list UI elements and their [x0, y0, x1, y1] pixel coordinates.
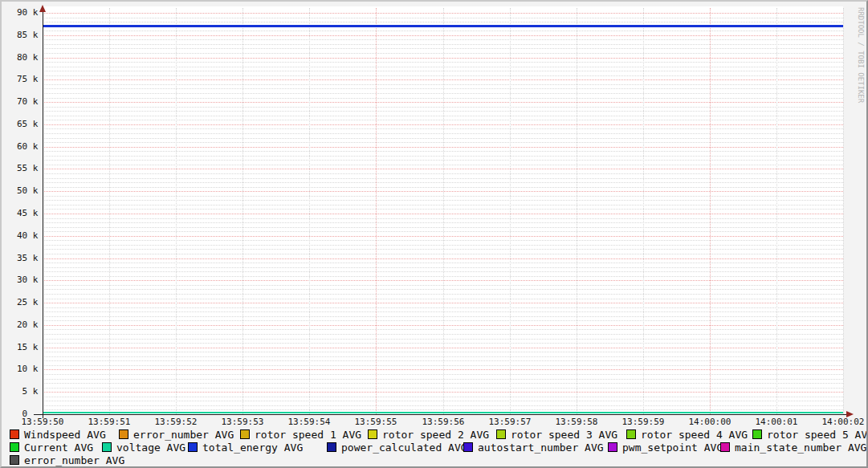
x-tick-label: 13:59:59 — [620, 417, 666, 427]
x-tick-label: 13:59:51 — [86, 417, 132, 427]
y-tick-label: 20 k — [17, 319, 52, 330]
legend-item: Current AVG — [10, 442, 93, 453]
y-tick-label: 10 k — [17, 364, 52, 374]
legend-swatch — [10, 442, 19, 452]
legend-label: rotor speed 3 AVG — [511, 429, 617, 441]
legend-swatch — [240, 429, 250, 439]
gridline-v-minor — [643, 8, 644, 414]
y-tick-label: 5 k — [17, 386, 52, 397]
legend-item: error_number AVG — [10, 454, 124, 466]
legend-item: error_number AVG — [119, 429, 234, 440]
y-tick-label: 40 k — [17, 230, 52, 241]
gridline-v-minor — [109, 8, 110, 414]
y-tick-label: 50 k — [17, 185, 52, 196]
legend-item: pwm_setpoint AVG — [608, 442, 723, 453]
series-line-zero-baseline — [43, 412, 843, 413]
legend-swatch — [188, 442, 198, 452]
x-tick-label: 13:59:50 — [19, 417, 66, 427]
x-tick-label: 13:59:57 — [487, 417, 533, 427]
legend-item: total_energy AVG — [188, 442, 303, 453]
legend-label: rotor speed 1 AVG — [255, 429, 361, 441]
legend-swatch — [626, 429, 636, 439]
legend-swatch — [752, 429, 762, 439]
y-tick-label: 25 k — [17, 297, 52, 307]
legend-label: autostart_number AVG — [478, 442, 604, 454]
y-tick-label: 70 k — [17, 96, 52, 107]
legend-item: main_state_number AVG — [720, 442, 866, 453]
legend-swatch — [10, 455, 19, 465]
legend-item: rotor speed 3 AVG — [496, 429, 617, 440]
legend-swatch — [608, 442, 617, 452]
x-tick-label: 13:59:56 — [420, 417, 467, 427]
legend-item: power_calculated AVG — [327, 442, 467, 453]
gridline-v-minor — [242, 8, 243, 414]
y-tick-label: 75 k — [17, 74, 52, 84]
legend-label: rotor speed 4 AVG — [641, 429, 748, 441]
x-axis-line — [34, 414, 847, 415]
legend-label: voltage AVG — [116, 442, 185, 454]
gridline-v-minor — [309, 8, 310, 414]
y-tick-label: 65 k — [17, 119, 52, 129]
y-tick-label: 45 k — [17, 208, 52, 218]
series-line-total-energy — [43, 25, 843, 27]
gridline-v-minor — [176, 8, 177, 414]
gridline-v-minor — [510, 8, 511, 414]
legend-label: Current AVG — [24, 442, 93, 454]
legend-swatch — [102, 442, 112, 452]
legend-swatch — [496, 429, 506, 439]
legend-item: rotor speed 4 AVG — [626, 429, 748, 440]
legend-swatch — [10, 429, 19, 439]
x-tick-label: 13:59:53 — [219, 417, 266, 427]
x-tick-label: 13:59:54 — [286, 417, 332, 427]
legend-item: rotor speed 2 AVG — [368, 429, 489, 440]
legend-swatch — [463, 442, 473, 452]
legend-label: pwm_setpoint AVG — [622, 442, 723, 454]
y-tick-label: 55 k — [17, 163, 52, 173]
gridline-v-minor — [577, 8, 577, 414]
x-tick-label: 14:00:00 — [687, 417, 733, 427]
legend-swatch — [720, 442, 730, 452]
legend-swatch — [327, 442, 336, 452]
y-tick-label: 85 k — [17, 30, 52, 40]
legend-item: Windspeed AVG — [10, 429, 106, 440]
rrdtool-graph: 90 k85 k80 k75 k70 k65 k60 k55 k50 k45 k… — [0, 0, 868, 468]
legend-label: main_state_number AVG — [735, 442, 866, 454]
legend-item: rotor speed 5 AVG — [752, 429, 868, 440]
legend-label: total_energy AVG — [202, 442, 303, 454]
y-tick-label: 30 k — [17, 275, 52, 285]
gridline-v-major — [710, 8, 711, 414]
legend-swatch — [368, 429, 377, 439]
legend-item: voltage AVG — [102, 442, 185, 453]
x-tick-label: 13:59:55 — [352, 417, 399, 427]
y-tick-label: 90 k — [17, 7, 52, 18]
y-tick-label: 80 k — [17, 52, 52, 63]
y-tick-label: 60 k — [17, 141, 52, 152]
y-tick-label: 15 k — [17, 342, 52, 352]
x-tick-label: 13:59:52 — [153, 417, 199, 427]
x-tick-label: 13:59:58 — [553, 417, 600, 427]
legend-swatch — [119, 429, 128, 439]
legend-label: rotor speed 2 AVG — [382, 429, 489, 441]
legend-label: error_number AVG — [133, 429, 234, 441]
legend-item: rotor speed 1 AVG — [240, 429, 361, 440]
legend-item: autostart_number AVG — [463, 442, 604, 453]
legend-label: power_calculated AVG — [341, 442, 467, 454]
gridline-v-minor — [776, 8, 777, 414]
x-tick-label: 14:00:01 — [753, 417, 800, 427]
legend-label: error_number AVG — [24, 454, 124, 466]
y-tick-label: 35 k — [17, 253, 52, 263]
watermark: RRDTOOL / TOBI OETIKER — [852, 7, 865, 457]
gridline-v-minor — [443, 8, 444, 414]
legend-label: Windspeed AVG — [24, 429, 106, 441]
gridline-v-minor — [843, 8, 844, 414]
gridline-v-major — [376, 8, 377, 414]
